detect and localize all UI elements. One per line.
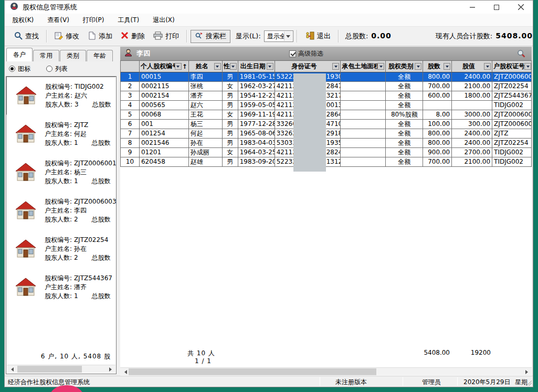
- table-row[interactable]: 10 620458 赵雄 男 1983-09-20 522321312 全额 7…: [121, 157, 532, 167]
- filter-icon[interactable]: [267, 63, 273, 70]
- menu-exit[interactable]: 退出(X): [153, 16, 175, 25]
- table-row[interactable]: 9 01201 孙成丽 女 1964-03-25 421122824 全额 90…: [121, 148, 532, 157]
- tab-category[interactable]: 类别: [60, 50, 86, 61]
- table-horizontal-scrollbar[interactable]: [120, 367, 532, 375]
- tab-age[interactable]: 年龄: [87, 50, 113, 61]
- exit-button[interactable]: 退出: [305, 31, 331, 41]
- magnifier-icon[interactable]: [517, 49, 525, 59]
- panel-header: 李四 高级筛选: [120, 47, 532, 60]
- filter-icon[interactable]: [444, 63, 450, 70]
- filter-icon[interactable]: [484, 63, 491, 70]
- print-button[interactable]: 打印: [153, 31, 179, 41]
- table-row[interactable]: 4 000565 赵六 男 1959-05-05 421120013 全额 TI…: [121, 101, 532, 110]
- cell-name: 何起: [189, 129, 223, 139]
- data-grid: 个人股权编号↑ 姓名 性别 出生日期 身份证号 承包土地面积 股权类别 股数 股…: [120, 60, 532, 167]
- col-header-cert[interactable]: 户股权证号: [492, 61, 532, 72]
- searchbar-toggle-button[interactable]: 搜索栏: [191, 30, 230, 43]
- cell-rownum: 10: [121, 157, 140, 167]
- sidebar-horizontal-scrollbar[interactable]: [7, 365, 115, 373]
- close-button[interactable]: [509, 1, 533, 14]
- filter-icon[interactable]: [175, 63, 182, 70]
- cell-land: [341, 91, 386, 101]
- scrollbar-thumb[interactable]: [17, 366, 82, 373]
- status-date: 2020年5月29日: [463, 378, 510, 387]
- radio-list-view[interactable]: 列表: [46, 65, 68, 73]
- household-item[interactable]: 股权编号: ZJTZ02254 户主姓名: 孙在 股东人数: 2总股数: [6, 230, 116, 268]
- menu-tools[interactable]: 工具(T): [118, 16, 139, 25]
- total-shares-stat: 总股数: 0.00: [345, 31, 392, 41]
- display-select[interactable]: 显示全部: [264, 30, 293, 42]
- table-row[interactable]: 3 0002154 潘齐 男 1954-12-23 421123217 全额 6…: [121, 91, 532, 101]
- cell-name: 杨三: [189, 120, 223, 129]
- radio-icons-view[interactable]: 图标: [9, 65, 30, 73]
- delete-button[interactable]: 删除: [121, 31, 145, 41]
- scroll-right-icon[interactable]: [107, 365, 115, 373]
- minimize-button[interactable]: [460, 1, 484, 14]
- cell-land: [341, 82, 386, 91]
- scroll-left-icon[interactable]: [120, 368, 129, 376]
- filter-icon[interactable]: [332, 63, 339, 70]
- col-header-birth[interactable]: 出生日期: [238, 61, 275, 72]
- cell-land: [341, 101, 386, 110]
- col-header-code[interactable]: 个人股权编号↑: [140, 61, 189, 72]
- filter-icon[interactable]: [214, 63, 221, 70]
- col-header-sex[interactable]: 性别: [223, 61, 238, 72]
- house-icon: [14, 276, 38, 299]
- household-item[interactable]: 股权编号: ZJTZ0006003 户主姓名: 李四 股东人数: 2总股数: [6, 192, 116, 230]
- menu-print[interactable]: 打印(P): [83, 16, 104, 25]
- col-header-land[interactable]: 承包土地面积: [341, 61, 386, 72]
- filter-icon[interactable]: [415, 63, 421, 70]
- advanced-filter-checkbox[interactable]: 高级筛选: [289, 49, 323, 58]
- household-item[interactable]: 股权编号: TIDJG002 户主姓名: 赵六 股东人数: 3总股数: [6, 77, 116, 115]
- scroll-left-icon[interactable]: [7, 365, 15, 373]
- house-icon: [14, 237, 38, 261]
- scroll-right-icon[interactable]: [523, 368, 532, 376]
- cell-birth: 1983-09-20: [238, 157, 275, 167]
- col-header-type[interactable]: 股权类别: [386, 61, 423, 72]
- cell-name: 潘齐: [189, 91, 223, 101]
- filter-icon[interactable]: [230, 63, 237, 70]
- find-button[interactable]: 查找: [14, 31, 39, 41]
- menu-view[interactable]: 查看(V): [47, 16, 69, 25]
- cell-rownum: 9: [121, 148, 140, 157]
- cell-birth: 1977-12-28: [238, 120, 275, 129]
- table-row[interactable]: 8 0021546 孙在 男 1983-04-03 530331935 全额 8…: [121, 139, 532, 148]
- household-item[interactable]: 股权编号: ZJTZ0006001 户主姓名: 杨三 股东人数: 1总股数: [6, 153, 116, 192]
- household-item[interactable]: 股权编号: ZJTZ544367 户主姓名: 潘齐 股东人数: 1总股数: [6, 268, 116, 306]
- filter-icon[interactable]: [524, 63, 531, 70]
- table-row[interactable]: 2 0002115 张桃 女 1962-03-27 421122847 全额 7…: [121, 82, 532, 91]
- cell-type: 全额: [386, 82, 423, 91]
- household-item[interactable]: 股权编号: ZJTZ 户主姓名: 何起 股东人数: 1总股数: [6, 115, 116, 153]
- tab-households[interactable]: 各户: [6, 48, 33, 61]
- table-row[interactable]: 1 00015 李四 男 1981-05-15 532221930 全额 800…: [121, 72, 532, 82]
- scrollbar-thumb[interactable]: [129, 368, 376, 375]
- col-header-name[interactable]: 姓名: [189, 61, 223, 72]
- maximize-button[interactable]: [484, 1, 509, 14]
- household-count: 1: [74, 292, 78, 300]
- cell-rownum: 8: [121, 139, 140, 148]
- table-row[interactable]: 7 001254 何起 男 1965-08-06 332622918 全额 80…: [121, 129, 532, 139]
- value-total: 19200: [461, 349, 491, 356]
- cell-shares: [423, 101, 452, 110]
- add-button[interactable]: 添加: [88, 31, 112, 41]
- table-row[interactable]: 6 001 杨三 男 1977-12-28 332604710 全额 100.0…: [121, 120, 532, 129]
- cell-name: 王花: [189, 110, 223, 120]
- resize-grip[interactable]: [526, 380, 532, 386]
- col-header-shares[interactable]: 股数: [423, 61, 452, 72]
- shares-total: 5408.00: [413, 349, 450, 356]
- tab-common[interactable]: 常用: [33, 50, 59, 61]
- col-header-value[interactable]: 股值: [452, 61, 492, 72]
- cell-shares: 100.00: [423, 120, 452, 129]
- cell-rownum: 1: [121, 72, 140, 82]
- cell-value: 2400.00: [452, 129, 492, 139]
- menu-equity[interactable]: 股权(K): [12, 16, 34, 25]
- table-row[interactable]: 5 00068 王花 女 1969-11-19 421122864 80%股额 …: [121, 110, 532, 120]
- cell-value: [452, 101, 492, 110]
- edit-button[interactable]: 修改: [55, 31, 79, 41]
- cell-sex: 男: [223, 120, 238, 129]
- col-header-id[interactable]: 身份证号: [275, 61, 341, 72]
- filter-icon[interactable]: [377, 63, 384, 70]
- current-shares-stat: 现有人员合计股数: 5408.00: [436, 31, 533, 41]
- cell-sex: 男: [223, 101, 238, 110]
- cell-sex: 女: [223, 110, 238, 120]
